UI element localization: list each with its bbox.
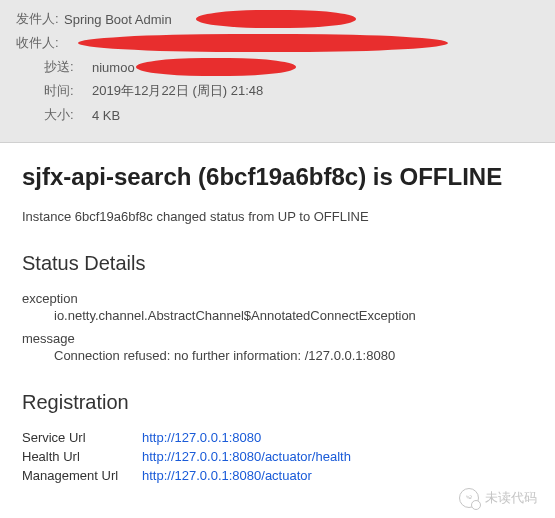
redaction-mark bbox=[78, 34, 448, 52]
health-url-label: Health Url bbox=[22, 449, 142, 464]
health-url-link[interactable]: http://127.0.0.1:8080/actuator/health bbox=[142, 449, 351, 464]
exception-label: exception bbox=[22, 291, 533, 306]
from-value: Spring Boot Admin bbox=[64, 12, 172, 27]
management-url-row: Management Url http://127.0.0.1:8080/act… bbox=[22, 468, 533, 483]
management-url-link[interactable]: http://127.0.0.1:8080/actuator bbox=[142, 468, 312, 483]
health-url-row: Health Url http://127.0.0.1:8080/actuato… bbox=[22, 449, 533, 464]
time-value: 2019年12月22日 (周日) 21:48 bbox=[92, 82, 263, 100]
redaction-mark bbox=[196, 10, 356, 28]
email-header: 发件人: Spring Boot Admin 收件人: 抄送: niumoo 时… bbox=[0, 0, 555, 143]
size-label: 大小: bbox=[44, 106, 92, 124]
exception-value: io.netty.channel.AbstractChannel$Annotat… bbox=[22, 308, 533, 323]
watermark-text: 未读代码 bbox=[485, 489, 537, 507]
wechat-icon: ༄ bbox=[459, 488, 479, 508]
registration-table: Service Url http://127.0.0.1:8080 Health… bbox=[22, 430, 533, 483]
time-row: 时间: 2019年12月22日 (周日) 21:48 bbox=[16, 82, 539, 100]
to-row: 收件人: bbox=[16, 34, 539, 52]
cc-label: 抄送: bbox=[44, 58, 92, 76]
size-value: 4 KB bbox=[92, 108, 120, 123]
message-value: Connection refused: no further informati… bbox=[22, 348, 533, 363]
cc-row: 抄送: niumoo bbox=[16, 58, 539, 76]
from-label: 发件人: bbox=[16, 10, 64, 28]
redaction-mark bbox=[136, 58, 296, 76]
management-url-label: Management Url bbox=[22, 468, 142, 483]
message-label: message bbox=[22, 331, 533, 346]
from-row: 发件人: Spring Boot Admin bbox=[16, 10, 539, 28]
size-row: 大小: 4 KB bbox=[16, 106, 539, 124]
status-details-block: exception io.netty.channel.AbstractChann… bbox=[22, 291, 533, 363]
registration-heading: Registration bbox=[22, 391, 533, 414]
service-url-row: Service Url http://127.0.0.1:8080 bbox=[22, 430, 533, 445]
page-title: sjfx-api-search (6bcf19a6bf8c) is OFFLIN… bbox=[22, 163, 533, 191]
cc-value: niumoo bbox=[92, 60, 135, 75]
email-body: sjfx-api-search (6bcf19a6bf8c) is OFFLIN… bbox=[0, 143, 555, 507]
service-url-label: Service Url bbox=[22, 430, 142, 445]
status-details-heading: Status Details bbox=[22, 252, 533, 275]
to-label: 收件人: bbox=[16, 34, 64, 52]
watermark: ༄ 未读代码 bbox=[459, 488, 537, 508]
time-label: 时间: bbox=[44, 82, 92, 100]
service-url-link[interactable]: http://127.0.0.1:8080 bbox=[142, 430, 261, 445]
status-change-text: Instance 6bcf19a6bf8c changed status fro… bbox=[22, 209, 533, 224]
